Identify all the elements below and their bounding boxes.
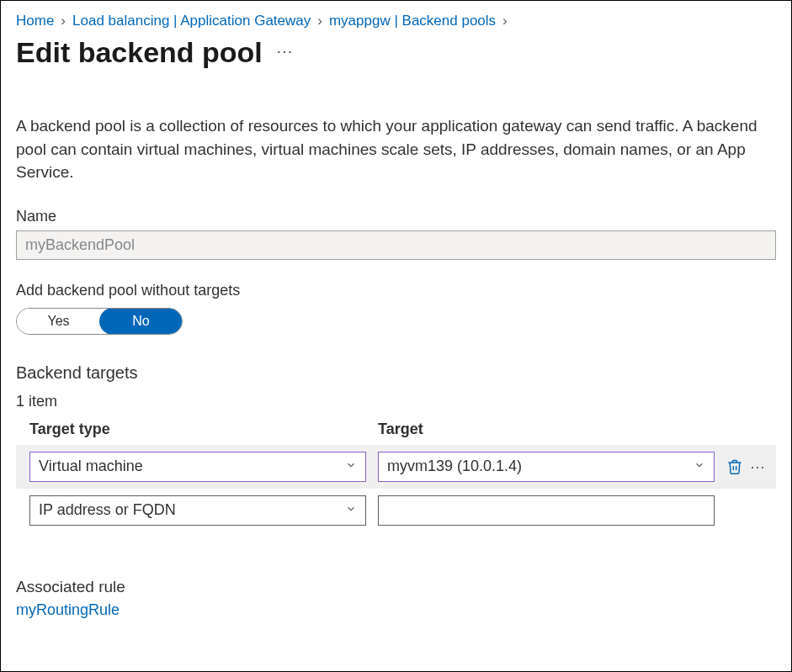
chevron-right-icon: › <box>501 13 509 29</box>
more-icon[interactable]: ⋯ <box>276 41 295 65</box>
col-target-type: Target type <box>29 421 366 438</box>
chevron-right-icon: › <box>316 13 324 29</box>
target-type-value: Virtual machine <box>39 458 143 475</box>
associated-rule-label: Associated rule <box>16 578 776 596</box>
breadcrumb-backend-pools[interactable]: myappgw | Backend pools <box>329 13 496 29</box>
table-row: Virtual machine myvm139 (10.0.1.4) <box>16 445 776 489</box>
toggle-yes[interactable]: Yes <box>17 309 100 334</box>
target-type-value: IP address or FQDN <box>39 501 176 519</box>
page-description: A backend pool is a collection of resour… <box>16 114 776 184</box>
row-more-icon[interactable]: ⋯ <box>750 458 767 476</box>
chevron-down-icon <box>345 458 357 475</box>
backend-targets-table: Target type Target Virtual machine myvm1… <box>16 421 776 532</box>
without-targets-label: Add backend pool without targets <box>16 282 776 299</box>
target-select[interactable]: myvm139 (10.0.1.4) <box>378 452 715 482</box>
target-type-select[interactable]: Virtual machine <box>29 452 366 482</box>
target-value: myvm139 (10.0.1.4) <box>387 458 522 475</box>
without-targets-toggle[interactable]: Yes No <box>16 308 183 335</box>
target-type-select[interactable]: IP address or FQDN <box>29 495 366 526</box>
backend-targets-title: Backend targets <box>16 363 776 383</box>
page-title: Edit backend pool <box>16 36 263 69</box>
name-label: Name <box>16 208 776 225</box>
table-row: IP address or FQDN <box>16 489 776 532</box>
chevron-down-icon <box>694 458 705 475</box>
delete-icon[interactable] <box>726 458 743 475</box>
col-target: Target <box>378 421 715 438</box>
breadcrumb: Home › Load balancing | Application Gate… <box>16 13 776 29</box>
breadcrumb-home[interactable]: Home <box>16 13 54 29</box>
toggle-no[interactable]: No <box>99 308 183 335</box>
target-input[interactable] <box>378 495 715 526</box>
chevron-right-icon: › <box>59 13 67 29</box>
name-input[interactable] <box>16 230 776 260</box>
associated-rule-link[interactable]: myRoutingRule <box>16 601 120 619</box>
chevron-down-icon <box>345 501 357 519</box>
backend-targets-count: 1 item <box>16 393 776 410</box>
breadcrumb-load-balancing[interactable]: Load balancing | Application Gateway <box>72 13 311 29</box>
